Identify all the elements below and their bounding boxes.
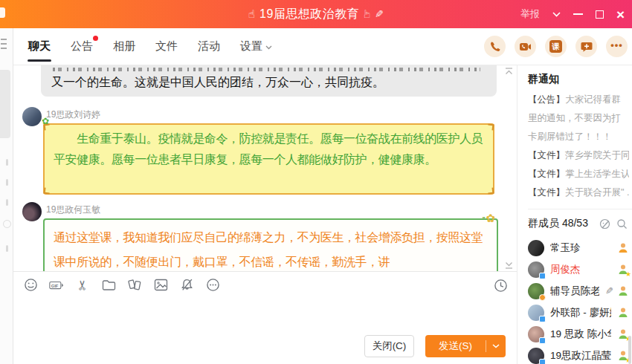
background-fragment: [6, 179, 8, 186]
background-app-strip: [0, 28, 13, 364]
more-actions-button[interactable]: •••: [606, 36, 628, 57]
scroll-to-top-button[interactable]: [504, 67, 514, 77]
tab-activities[interactable]: 活动: [198, 29, 220, 64]
notice-item[interactable]: 【文件】萍乡学院关于同...: [528, 146, 629, 165]
member-level-icon: [617, 307, 629, 319]
member-row[interactable]: 常玉珍: [528, 237, 629, 259]
edit-title-icon[interactable]: ✎: [375, 8, 384, 20]
tab-announcement[interactable]: 公告: [71, 29, 93, 64]
member-row[interactable]: 外联部 - 廖妍婷: [528, 302, 629, 323]
mobile-online-badge: [539, 273, 546, 279]
group-chat-window: ☝ 19届思想政治教育 ☝ ✎ 举报 × 聊天 公告: [0, 0, 632, 364]
message-bubble-clipped: 又一个的生命。这就是中国人民的团结，万众一心，共同抗疫。: [41, 65, 497, 97]
bell-slash-icon[interactable]: [179, 278, 194, 293]
screenshot-button[interactable]: ✂: [75, 278, 90, 293]
chat-plus-icon: [581, 41, 593, 53]
mobile-online-badge: [539, 316, 546, 322]
anonymous-chat-icon[interactable]: [599, 218, 610, 230]
sender-name: 19思政何玉敏: [46, 204, 100, 216]
members-header: 群成员 48/53: [528, 217, 628, 230]
send-button[interactable]: 发送(S): [425, 335, 506, 357]
video-camera-icon: [519, 42, 532, 52]
message-bubble-yellow: ✿ 生命重于泰山。疫情就是命令，防控就是责任。愿每一位奋战在前线的医护人员平安健…: [43, 123, 494, 195]
sprout-decoration-icon: ✿: [42, 116, 49, 126]
notice-item[interactable]: 【公告】大家记得看群里的通知，不要因为打卡刷屏错过了！！！: [528, 91, 629, 146]
notice-item[interactable]: 【文件】掌上生活学生认...: [528, 165, 629, 183]
tab-files[interactable]: 文件: [155, 29, 178, 64]
voice-call-button[interactable]: [484, 36, 506, 57]
new-post-button[interactable]: [575, 36, 597, 57]
avatar[interactable]: [528, 326, 544, 342]
avatar[interactable]: [528, 261, 544, 278]
notice-tag: 【公告】: [528, 94, 565, 105]
chat-message-area: 又一个的生命。这就是中国人民的团结，万众一心，共同抗疫。 19思政刘诗婷 ✿ 生…: [13, 65, 517, 271]
close-window-button[interactable]: ×: [616, 7, 625, 22]
avatar[interactable]: [528, 240, 544, 256]
sidebar-scrollbar[interactable]: [628, 336, 631, 364]
group-sidebar: 群通知 【公告】大家记得看群里的通知，不要因为打卡刷屏错过了！！！ 【文件】萍乡…: [517, 65, 632, 364]
report-button[interactable]: 举报: [520, 7, 540, 21]
message-text: 通过这堂课，我知道我们应尽自己的绵薄之力，不为医生，社会增添负担，按照这堂课中所…: [54, 225, 488, 271]
sidebar-divider: [528, 209, 632, 209]
avatar[interactable]: [22, 202, 42, 221]
notice-tag: 【文件】: [528, 169, 565, 179]
message-input[interactable]: [13, 298, 517, 335]
avatar[interactable]: [528, 348, 544, 364]
notice-text: 萍乡学院关于同...: [565, 150, 629, 160]
edit-remark-icon[interactable]: ✎: [605, 285, 613, 296]
window-controls: 举报 ×: [520, 0, 625, 28]
send-file-button[interactable]: [101, 278, 116, 293]
member-name: 外联部 - 廖妍婷: [550, 306, 611, 319]
close-button[interactable]: 关闭(C): [364, 335, 414, 357]
members-count: 群成员 48/53: [528, 217, 588, 230]
group-title: 19届思想政治教育: [259, 7, 359, 22]
member-level-icon: [617, 285, 629, 297]
emoji-button[interactable]: [23, 278, 38, 293]
notification-dot: [93, 36, 98, 41]
star-icon: ★: [625, 271, 631, 278]
notice-tag: 【文件】: [528, 187, 565, 198]
send-image-button[interactable]: [153, 278, 168, 293]
group-notice-title: 群通知: [528, 73, 632, 86]
tab-album[interactable]: 相册: [113, 29, 135, 64]
mobile-online-badge: [539, 359, 546, 364]
online-class-button[interactable]: 课: [545, 36, 567, 57]
background-menu-icon: [1, 39, 7, 52]
member-row[interactable]: 19 思政 陈小华 ★: [528, 323, 629, 345]
member-name: 周俊杰: [550, 263, 581, 276]
search-member-icon[interactable]: [616, 218, 628, 230]
tab-chat[interactable]: 聊天: [28, 29, 51, 64]
composer-toolbar: GIF ✂: [13, 271, 517, 298]
main-window: 聊天 公告 相册 文件 活动 设置 课: [13, 28, 632, 364]
notice-text: 关于联合开展" ...: [565, 187, 629, 198]
notice-text: 掌上生活学生认...: [565, 169, 629, 179]
chevron-down-icon[interactable]: [552, 12, 561, 17]
video-call-button[interactable]: [515, 36, 536, 57]
flower-decoration-icon: ✿: [486, 212, 495, 225]
status-badge: [539, 294, 546, 301]
background-fragment: [6, 245, 8, 252]
screen-share-button[interactable]: [127, 278, 142, 293]
member-row[interactable]: 辅导员陈老 ✎: [528, 280, 629, 302]
member-row[interactable]: 周俊杰 ★: [528, 259, 629, 280]
minimize-button[interactable]: [573, 13, 583, 15]
member-row[interactable]: 19思政江晶莹 ★: [528, 345, 629, 364]
member-name: 常玉珍: [550, 241, 581, 255]
class-icon: 课: [549, 40, 562, 53]
notice-item[interactable]: 【文件】关于联合开展" ...: [528, 183, 629, 202]
bubble-corner-decoration: [43, 187, 50, 194]
avatar[interactable]: [528, 283, 544, 299]
header-actions: 课 •••: [484, 36, 632, 57]
more-tools-button[interactable]: [205, 278, 220, 293]
message-history-button[interactable]: [493, 278, 508, 293]
avatar[interactable]: [528, 305, 544, 321]
send-options-chevron-icon[interactable]: [486, 344, 506, 348]
more-dots-icon: •••: [610, 39, 623, 51]
avatar[interactable]: [22, 107, 42, 126]
member-name: 19 思政 陈小华: [550, 328, 611, 341]
gif-button[interactable]: GIF: [49, 278, 64, 293]
tab-settings[interactable]: 设置: [240, 29, 272, 64]
phone-icon: [489, 41, 501, 53]
maximize-button[interactable]: [596, 10, 604, 19]
scroll-to-bottom-button[interactable]: [504, 260, 514, 270]
